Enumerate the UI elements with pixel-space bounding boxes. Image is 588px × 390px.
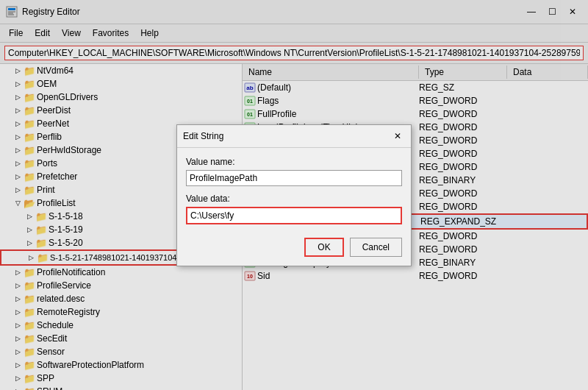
ok-button[interactable]: OK [304,238,343,257]
dialog-buttons: OK Cancel [186,238,402,257]
dialog-close-button[interactable]: ✕ [390,130,405,143]
edit-string-dialog: Edit String ✕ Value name: Value data: OK… [176,124,412,266]
value-name-label: Value name: [186,157,402,167]
value-data-input[interactable] [186,207,402,224]
value-data-label: Value data: [186,194,402,204]
cancel-button[interactable]: Cancel [350,238,402,257]
dialog-overlay: Edit String ✕ Value name: Value data: OK… [0,0,588,390]
dialog-title: Edit String [183,131,223,141]
dialog-title-bar: Edit String ✕ [177,125,411,148]
dialog-body: Value name: Value data: OK Cancel [177,148,411,266]
value-name-input[interactable] [186,170,402,186]
